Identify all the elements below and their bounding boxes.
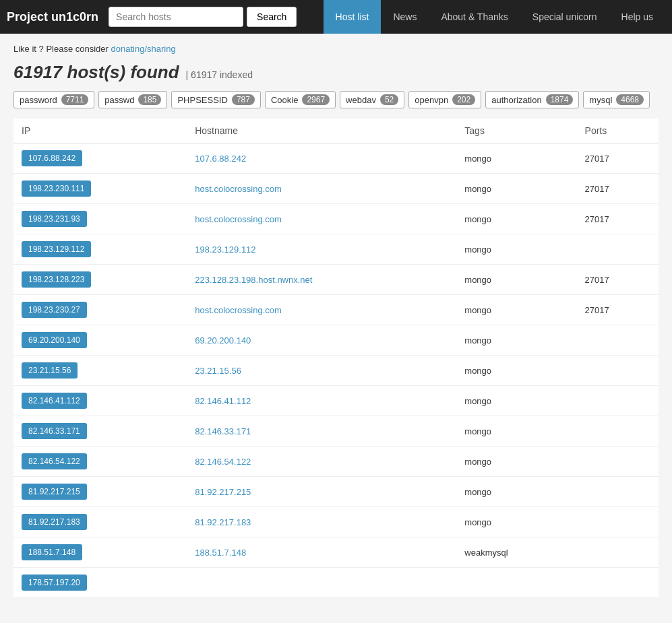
table-row: 81.92.217.21581.92.217.215mongo <box>13 477 659 507</box>
tags-cell <box>456 568 576 598</box>
hostname-link[interactable]: 81.92.217.183 <box>195 517 251 527</box>
ip-button[interactable]: 198.23.128.223 <box>22 271 91 288</box>
hostname-link[interactable]: 23.21.15.56 <box>195 366 241 376</box>
nav-about[interactable]: About & Thanks <box>429 0 520 34</box>
table-row: 107.6.88.242107.6.88.242mongo27017 <box>13 143 659 174</box>
hostname-cell: 223.128.23.198.host.nwnx.net <box>187 265 456 295</box>
ports-cell: 27017 <box>577 174 659 204</box>
hostname-cell: 81.92.217.183 <box>187 507 456 537</box>
ip-cell: 82.146.33.171 <box>13 416 187 447</box>
ip-button[interactable]: 198.23.230.27 <box>22 302 87 318</box>
results-header: 61917 host(s) found | 61917 indexed <box>13 62 659 83</box>
hostname-link[interactable]: 81.92.217.215 <box>195 487 251 497</box>
hostname-cell: host.colocrossing.com <box>187 174 456 204</box>
ip-cell: 198.23.230.27 <box>13 295 187 325</box>
ip-button[interactable]: 81.92.217.215 <box>22 484 87 500</box>
filter-tag-PHPSESSID[interactable]: PHPSESSID787 <box>171 91 260 108</box>
search-button[interactable]: Search <box>247 7 297 27</box>
table-row: 198.23.128.223223.128.23.198.host.nwnx.n… <box>13 265 659 295</box>
hostname-cell: host.colocrossing.com <box>187 204 456 234</box>
ip-button[interactable]: 23.21.15.56 <box>22 362 78 379</box>
ports-cell: 27017 <box>577 204 659 234</box>
filter-tag-password[interactable]: password7711 <box>13 91 94 108</box>
ip-button[interactable]: 82.146.33.171 <box>22 423 87 439</box>
ip-button[interactable]: 82.146.54.122 <box>22 453 87 469</box>
ip-button[interactable]: 82.146.41.112 <box>22 393 87 409</box>
ip-cell: 81.92.217.215 <box>13 477 187 507</box>
navbar: Project un1c0rn Search Host list News Ab… <box>0 0 672 34</box>
ip-cell: 198.23.129.112 <box>13 234 187 265</box>
ip-cell: 107.6.88.242 <box>13 143 187 174</box>
hostname-cell: 82.146.54.122 <box>187 447 456 477</box>
filter-tag-authorization[interactable]: authorization1874 <box>485 91 579 108</box>
results-count: 61917 host(s) found <box>13 62 179 83</box>
hostname-cell: 188.51.7.148 <box>187 537 456 568</box>
ports-cell <box>577 356 659 386</box>
ip-button[interactable]: 198.23.129.112 <box>22 241 91 257</box>
ports-cell: 27017 <box>577 265 659 295</box>
nav-host-list[interactable]: Host list <box>324 0 381 34</box>
ports-cell <box>577 386 659 416</box>
search-form: Search <box>109 7 297 27</box>
filter-tag-mysql[interactable]: mysql4668 <box>583 91 650 108</box>
col-ip: IP <box>13 119 187 143</box>
ports-cell <box>577 537 659 568</box>
ports-cell <box>577 416 659 447</box>
hostname-link[interactable]: 69.20.200.140 <box>195 335 251 346</box>
hostname-link[interactable]: 223.128.23.198.host.nwnx.net <box>195 275 312 285</box>
hostname-link[interactable]: host.colocrossing.com <box>195 305 282 315</box>
filter-tag-Cookie[interactable]: Cookie2967 <box>265 91 336 108</box>
ip-button[interactable]: 198.23.231.93 <box>22 211 87 227</box>
tags-cell: mongo <box>456 356 576 386</box>
ip-cell: 23.21.15.56 <box>13 356 187 386</box>
ip-button[interactable]: 188.51.7.148 <box>22 544 82 560</box>
hostname-link[interactable]: host.colocrossing.com <box>195 184 282 194</box>
table-row: 82.146.54.12282.146.54.122mongo <box>13 447 659 477</box>
table-row: 188.51.7.148188.51.7.148weakmysql <box>13 537 659 568</box>
filter-tag-webdav[interactable]: webdav52 <box>340 91 404 108</box>
nav-news[interactable]: News <box>381 0 429 34</box>
ip-cell: 198.23.231.93 <box>13 204 187 234</box>
donate-link[interactable]: donating/sharing <box>111 44 176 54</box>
hostname-link[interactable]: 82.146.33.171 <box>195 426 251 436</box>
col-hostname: Hostname <box>187 119 456 143</box>
tags-cell: mongo <box>456 416 576 447</box>
tags-cell: mongo <box>456 325 576 356</box>
nav-links: Host list News About & Thanks Special un… <box>324 0 665 34</box>
ports-cell <box>577 568 659 598</box>
table-row: 198.23.231.93host.colocrossing.commongo2… <box>13 204 659 234</box>
ports-cell: 27017 <box>577 143 659 174</box>
nav-help[interactable]: Help us <box>609 0 665 34</box>
hostname-link[interactable]: 107.6.88.242 <box>195 154 246 164</box>
hostname-cell: 107.6.88.242 <box>187 143 456 174</box>
filter-tag-openvpn[interactable]: openvpn202 <box>408 91 481 108</box>
filter-tag-passwd[interactable]: passwd185 <box>98 91 167 108</box>
ip-button[interactable]: 69.20.200.140 <box>22 332 87 348</box>
ip-button[interactable]: 81.92.217.183 <box>22 514 87 530</box>
tags-cell: mongo <box>456 265 576 295</box>
table-header: IP Hostname Tags Ports <box>13 119 659 143</box>
hostname-cell: 81.92.217.215 <box>187 477 456 507</box>
search-input[interactable] <box>109 7 243 27</box>
ip-button[interactable]: 178.57.197.20 <box>22 575 87 591</box>
ip-cell: 178.57.197.20 <box>13 568 187 598</box>
ip-button[interactable]: 198.23.230.111 <box>22 181 91 197</box>
hostname-cell: 198.23.129.112 <box>187 234 456 265</box>
hostname-cell: 23.21.15.56 <box>187 356 456 386</box>
tags-cell: mongo <box>456 477 576 507</box>
tags-cell: mongo <box>456 174 576 204</box>
ip-cell: 198.23.128.223 <box>13 265 187 295</box>
hostname-link[interactable]: 198.23.129.112 <box>195 244 255 255</box>
ports-cell <box>577 234 659 265</box>
col-tags: Tags <box>456 119 576 143</box>
hostname-link[interactable]: 188.51.7.148 <box>195 548 246 558</box>
hostname-link[interactable]: host.colocrossing.com <box>195 214 282 224</box>
table-row: 198.23.230.111host.colocrossing.commongo… <box>13 174 659 204</box>
hostname-link[interactable]: 82.146.41.112 <box>195 396 251 406</box>
table-body: 107.6.88.242107.6.88.242mongo27017198.23… <box>13 143 659 598</box>
nav-special[interactable]: Special unicorn <box>520 0 609 34</box>
hostname-link[interactable]: 82.146.54.122 <box>195 457 251 467</box>
ports-cell <box>577 507 659 537</box>
main-content: Like it ? Please consider donating/shari… <box>0 34 672 608</box>
ip-button[interactable]: 107.6.88.242 <box>22 150 82 166</box>
